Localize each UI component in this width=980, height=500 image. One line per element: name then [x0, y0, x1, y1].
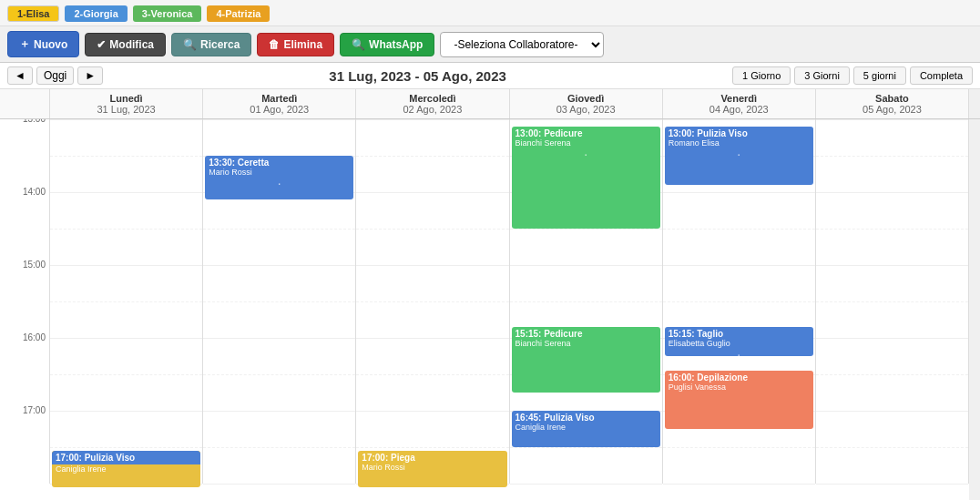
- view-5giorni-button[interactable]: 5 giorni: [853, 66, 906, 85]
- day-col-4: 13:00: Pulizia VisoRomano Elisa·15:15: T…: [663, 119, 816, 484]
- time-label-16:00: 16:00: [23, 332, 46, 342]
- day-col-0: 17:00: Pulizia VisoCaniglia Irene: [50, 119, 203, 484]
- event-title-7: 17:00: Pulizia Viso: [52, 451, 200, 464]
- event-title-2: 13:00: Pulizia Viso: [669, 128, 810, 138]
- modifica-button[interactable]: ✔ Modifica: [85, 33, 166, 56]
- view-1giorno-button[interactable]: 1 Giorno: [732, 66, 791, 85]
- event-title-5: 16:00: Depilazione: [669, 372, 810, 383]
- user-tag-tag3[interactable]: 3-Veronica: [133, 5, 202, 22]
- event-8[interactable]: 17:00: PiegaMario Rossi: [358, 451, 506, 487]
- day-header-5: Sabato05 Ago, 2023: [816, 89, 969, 118]
- ricerca-button[interactable]: 🔍 Ricerca: [171, 33, 251, 56]
- view-completa-button[interactable]: Completa: [910, 66, 973, 85]
- whatsapp-icon: 🔍: [352, 38, 365, 51]
- event-title-4: 15:15: Taglio: [669, 329, 810, 339]
- check-icon: ✔: [97, 38, 106, 51]
- trash-icon: 🗑: [269, 38, 280, 51]
- calendar: Lunedì31 Lug, 2023Martedì01 Ago, 2023Mer…: [0, 89, 980, 500]
- elimina-button[interactable]: 🗑 Elimina: [257, 33, 334, 56]
- day-header-4: Venerdì04 Ago, 2023: [663, 89, 816, 118]
- event-7[interactable]: 17:00: Pulizia VisoCaniglia Irene: [52, 451, 200, 487]
- event-sub-3: Bianchi Serena: [516, 339, 657, 348]
- day-col-3: 13:00: PedicureBianchi Serena·15:15: Ped…: [510, 119, 663, 484]
- event-sub-5: Puglisi Vanessa: [669, 383, 810, 392]
- event-4[interactable]: 15:15: TaglioElisabetta Guglio·: [665, 327, 813, 356]
- nav-oggi-button[interactable]: Oggi: [36, 66, 74, 85]
- search-icon: 🔍: [183, 38, 197, 51]
- event-sub-8: Mario Rossi: [362, 463, 503, 472]
- event-title-0: 13:30: Ceretta: [209, 158, 350, 168]
- event-dot-0: ·: [209, 177, 350, 189]
- nav-view-buttons: 1 Giorno 3 Giorni 5 giorni Completa: [732, 66, 973, 85]
- user-tags-bar: 1-Elisa2-Giorgia3-Veronica4-Patrizia: [0, 0, 980, 26]
- event-title-8: 17:00: Piega: [362, 453, 503, 463]
- event-title-1: 13:00: Pedicure: [516, 128, 657, 138]
- event-5[interactable]: 16:00: DepilazionePuglisi Vanessa: [665, 371, 813, 429]
- day-header-2: Mercoledì02 Ago, 2023: [356, 89, 509, 118]
- nuovo-button[interactable]: ＋ Nuovo: [7, 31, 79, 57]
- time-label-14:00: 14:00: [23, 187, 46, 197]
- view-3giorni-button[interactable]: 3 Giorni: [794, 66, 850, 85]
- event-title-3: 15:15: Pedicure: [516, 329, 657, 339]
- time-column: 13:0014:0015:0016:0017:00: [0, 119, 50, 484]
- day-col-5: [816, 119, 969, 484]
- event-dot-4: ·: [669, 348, 810, 356]
- time-col-header: [0, 89, 50, 118]
- plus-icon: ＋: [19, 36, 30, 52]
- toolbar: ＋ Nuovo ✔ Modifica 🔍 Ricerca 🗑 Elimina 🔍…: [0, 26, 980, 63]
- event-3[interactable]: 15:15: PedicureBianchi Serena: [512, 327, 660, 393]
- day-header-3: Giovedì03 Ago, 2023: [510, 89, 663, 118]
- day-col-1: 13:30: CerettaMario Rossi·: [203, 119, 356, 484]
- calendar-body[interactable]: 13:0014:0015:0016:0017:00 17:00: Pulizia…: [0, 119, 980, 500]
- event-dot-1: ·: [516, 148, 657, 160]
- event-0[interactable]: 13:30: CerettaMario Rossi·: [205, 156, 353, 199]
- user-tag-tag1[interactable]: 1-Elisa: [7, 5, 59, 22]
- nav-left: ◄ Oggi ►: [7, 66, 103, 85]
- event-6[interactable]: 16:45: Pulizia VisoCaniglia Irene: [512, 411, 660, 447]
- event-1[interactable]: 13:00: PedicureBianchi Serena·: [512, 127, 660, 229]
- event-sub-7: Caniglia Irene: [56, 464, 197, 474]
- event-2[interactable]: 13:00: Pulizia VisoRomano Elisa·: [665, 127, 813, 185]
- nav-prev-button[interactable]: ◄: [7, 66, 33, 85]
- user-tag-tag4[interactable]: 4-Patrizia: [207, 5, 270, 22]
- time-label-17:00: 17:00: [23, 405, 46, 415]
- day-header-0: Lunedì31 Lug, 2023: [50, 89, 203, 118]
- event-title-6: 16:45: Pulizia Viso: [516, 413, 657, 423]
- time-label-13:00: 13:00: [23, 119, 46, 124]
- user-tag-tag2[interactable]: 2-Giorgia: [65, 5, 127, 22]
- day-header-1: Martedì01 Ago, 2023: [203, 89, 356, 118]
- day-headers: Lunedì31 Lug, 2023Martedì01 Ago, 2023Mer…: [50, 89, 969, 118]
- calendar-header: Lunedì31 Lug, 2023Martedì01 Ago, 2023Mer…: [0, 89, 980, 119]
- event-sub-6: Caniglia Irene: [516, 423, 657, 432]
- time-label-15:00: 15:00: [23, 260, 46, 270]
- day-col-2: 17:00: PiegaMario Rossi: [356, 119, 509, 484]
- nav-row: ◄ Oggi ► 31 Lug, 2023 - 05 Ago, 2023 1 G…: [0, 63, 980, 89]
- nav-next-button[interactable]: ►: [77, 66, 103, 85]
- collaboratore-select[interactable]: -Seleziona Collaboratore-: [440, 32, 604, 57]
- days-grid: 17:00: Pulizia VisoCaniglia Irene13:30: …: [50, 119, 969, 484]
- event-dot-2: ·: [669, 148, 810, 160]
- nav-title: 31 Lug, 2023 - 05 Ago, 2023: [103, 68, 732, 84]
- whatsapp-button[interactable]: 🔍 WhatsApp: [340, 33, 434, 56]
